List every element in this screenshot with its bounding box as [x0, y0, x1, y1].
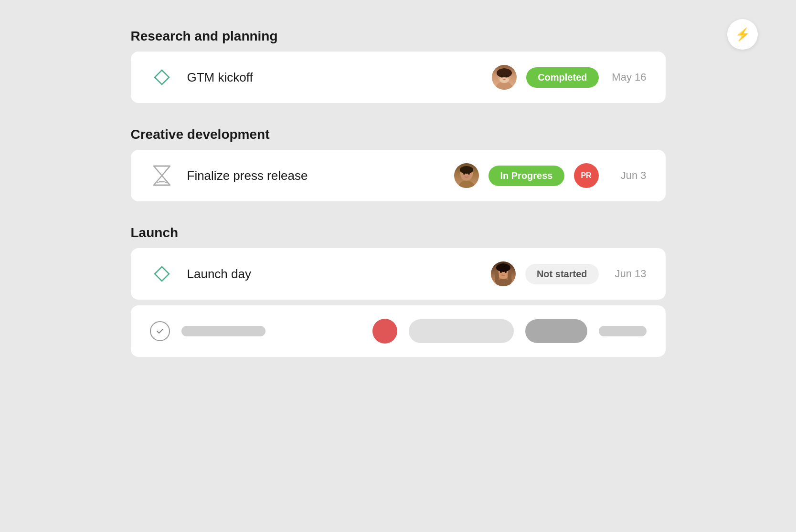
section-title-creative: Creative development [131, 127, 666, 142]
check-circle-icon [150, 321, 170, 341]
task-card-press-release[interactable]: Finalize press release [131, 150, 666, 201]
diamond-icon-launch [150, 262, 174, 286]
svg-point-10 [460, 166, 473, 174]
status-badge-completed: Completed [526, 67, 598, 88]
avatar-launch-day [491, 261, 516, 286]
blurred-status [409, 319, 514, 343]
svg-point-5 [506, 75, 508, 77]
svg-point-4 [501, 75, 503, 77]
pr-badge: PR [574, 163, 599, 188]
task-right-press-release: In Progress PR Jun 3 [454, 163, 646, 188]
svg-point-8 [457, 180, 476, 188]
lightning-bolt-icon: ⚡ [735, 27, 750, 42]
blurred-task-name [181, 326, 265, 336]
date-gtm: May 16 [608, 71, 647, 83]
avatar-press-release [454, 163, 479, 188]
svg-point-2 [497, 68, 512, 78]
date-press-release: Jun 3 [608, 169, 647, 182]
svg-point-17 [505, 271, 507, 273]
task-card-loading [131, 305, 666, 357]
hourglass-icon [150, 164, 174, 188]
task-name-gtm-kickoff: GTM kickoff [187, 70, 492, 85]
task-right-gtm: Completed May 16 [492, 65, 646, 90]
section-creative-development: Creative development Finalize press rele… [131, 127, 666, 201]
svg-point-15 [496, 263, 510, 272]
section-title-research: Research and planning [131, 29, 666, 44]
avatar-gtm [492, 65, 517, 90]
date-launch-day: Jun 13 [608, 268, 647, 280]
status-badge-in-progress: In Progress [488, 166, 564, 186]
svg-point-3 [499, 77, 509, 83]
status-badge-not-started: Not started [525, 264, 599, 284]
section-research-planning: Research and planning GTM kickoff [131, 29, 666, 103]
blurred-date [599, 326, 647, 336]
section-launch: Launch Launch day [131, 225, 666, 357]
task-name-launch-day: Launch day [187, 267, 491, 282]
main-container: Research and planning GTM kickoff [64, 0, 732, 409]
task-card-gtm-kickoff[interactable]: GTM kickoff [131, 52, 666, 103]
svg-point-12 [468, 173, 470, 175]
svg-point-11 [463, 173, 465, 175]
section-title-launch: Launch [131, 225, 666, 240]
task-name-press-release: Finalize press release [187, 168, 455, 183]
lightning-button[interactable]: ⚡ [727, 19, 758, 50]
blurred-badge [525, 319, 587, 343]
task-right-launch: Not started Jun 13 [491, 261, 647, 286]
blurred-avatar [372, 319, 397, 344]
svg-point-16 [500, 271, 502, 273]
diamond-icon [150, 65, 174, 89]
task-card-launch-day[interactable]: Launch day [131, 248, 666, 300]
